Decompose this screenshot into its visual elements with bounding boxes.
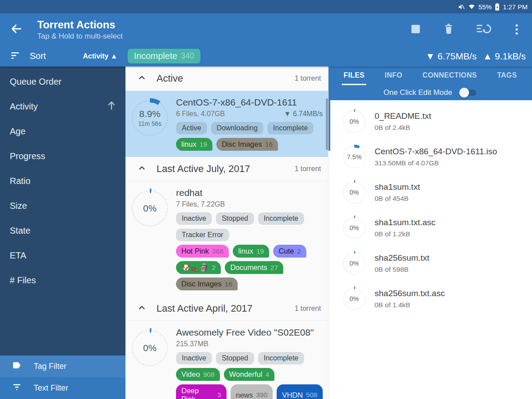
- session-speeds: ▼ 6.75MB/s ▲ 9.1kB/s: [328, 51, 532, 62]
- file-name: 0_README.txt: [375, 111, 527, 121]
- state-chip: Tracker Error: [176, 229, 229, 241]
- text-filter-button[interactable]: Text Filter: [0, 377, 125, 399]
- torrent-row[interactable]: 0% redhat 7 Files, 7.22GB Inactive Stopp…: [125, 181, 328, 297]
- tag-filter-button[interactable]: Tag Filter: [0, 356, 125, 377]
- filter-sort-bar: Sort Activity ▲ Incomplete 340 ▼ 6.75MB/…: [0, 46, 532, 66]
- sort-value: Activity ▲: [83, 52, 117, 60]
- section-count: 1 torrent: [294, 165, 321, 173]
- sidebar-item-age[interactable]: Age: [0, 119, 125, 144]
- state-chip: Incomplete: [267, 122, 313, 134]
- sidebar-item-progress[interactable]: Progress: [0, 144, 125, 168]
- file-size: 0B of 1.4kB: [375, 301, 527, 309]
- sidebar-item-eta[interactable]: ETA: [0, 243, 125, 268]
- file-row[interactable]: 7.5% CentOS-7-x86_64-DVD-1611.iso 313.50…: [329, 139, 532, 175]
- file-percent: 0%: [350, 224, 359, 231]
- sidebar-item-num-files[interactable]: # Files: [0, 268, 125, 293]
- file-row[interactable]: 0% 0_README.txt 0B of 2.4kB: [329, 104, 532, 139]
- force-recheck-button[interactable]: [474, 21, 493, 38]
- file-name: sha1sum.txt.asc: [375, 218, 527, 227]
- torrent-meta: 215.37MB: [176, 340, 208, 348]
- section-header-april-2017[interactable]: Last Active April, 2017 1 torrent: [125, 297, 328, 321]
- tab-connections[interactable]: CONNECTIONS: [421, 66, 479, 85]
- tag-chip[interactable]: Video908: [176, 368, 220, 381]
- tab-tags[interactable]: TAGS: [495, 66, 519, 85]
- tag-chip[interactable]: Disc Images16: [176, 278, 238, 290]
- tag-chip[interactable]: 🐶👞🗿2: [176, 261, 221, 274]
- sidebar-item-ratio[interactable]: Ratio: [0, 168, 125, 193]
- torrent-row[interactable]: 8.9% 11m 56s CentOS-7-x86_64-DVD-1611 6 …: [125, 91, 328, 157]
- sort-options: Queue Order Activity Age Progress Ratio …: [0, 66, 125, 293]
- state-chip: Incomplete: [258, 352, 304, 364]
- filter-chip-incomplete[interactable]: Incomplete 340: [128, 49, 200, 63]
- tag-chip[interactable]: Documents27: [225, 261, 283, 274]
- file-progress-ring: 0%: [342, 251, 367, 276]
- file-row[interactable]: 0% sha256sum.txt 0B of 598B: [329, 246, 532, 281]
- back-button[interactable]: [7, 20, 26, 39]
- file-name: CentOS-7-x86_64-DVD-1611.iso: [375, 147, 527, 156]
- tag-chip[interactable]: Disc Images16: [216, 138, 278, 151]
- page-title: Torrent Actions: [37, 19, 123, 31]
- one-click-edit-toggle[interactable]: [459, 88, 477, 97]
- tag-chip[interactable]: news390: [231, 384, 273, 399]
- tag-chip[interactable]: Cute2: [273, 245, 306, 258]
- file-list-scrollbar[interactable]: [329, 100, 330, 151]
- filter-list-icon: [12, 383, 22, 394]
- volume-muted-icon: [458, 3, 465, 11]
- back-arrow-icon: [10, 30, 23, 37]
- select-all-button[interactable]: [408, 21, 423, 38]
- app-bar: Torrent Actions Tap & Hold to multi-sele…: [0, 13, 532, 46]
- file-row[interactable]: 0% sha1sum.txt 0B of 454B: [329, 175, 532, 210]
- tag-chip[interactable]: Wonderful4: [224, 368, 275, 381]
- tag-chip[interactable]: linux19: [233, 245, 269, 258]
- overflow-menu-button[interactable]: [511, 23, 522, 36]
- sidebar-item-activity[interactable]: Activity: [0, 94, 125, 119]
- torrent-name: CentOS-7-x86_64-DVD-1611: [176, 97, 323, 108]
- tag-chip[interactable]: VHDN508: [277, 384, 323, 399]
- detail-tabs: FILES INFO CONNECTIONS TAGS: [329, 66, 532, 85]
- collapse-chevron-icon: [137, 303, 147, 314]
- state-chip: Downloading: [211, 122, 264, 134]
- delete-button[interactable]: [441, 21, 456, 38]
- active-filter-zone: Incomplete 340: [125, 49, 328, 63]
- app-screen: 55% 1:27 PM Torrent Actions Tap & Hold t…: [0, 0, 532, 399]
- state-chip: Inactive: [176, 212, 212, 225]
- section-title: Active: [156, 73, 183, 84]
- state-chip: Incomplete: [258, 212, 304, 225]
- filter-chip-count: 340: [181, 51, 194, 61]
- one-click-edit-row: One Click Edit Mode: [329, 85, 532, 100]
- file-percent: 0%: [350, 260, 359, 267]
- clock: 1:27 PM: [503, 3, 528, 11]
- file-row[interactable]: 0% sha1sum.txt.asc 0B of 1.2kB: [329, 210, 532, 246]
- torrent-percent: 0%: [143, 203, 156, 214]
- file-name: sha1sum.txt: [375, 182, 527, 192]
- tag-chip[interactable]: Deep Pink3: [176, 384, 227, 399]
- file-percent: 0%: [350, 189, 359, 196]
- tab-info[interactable]: INFO: [383, 66, 404, 85]
- torrent-percent: 0%: [143, 343, 156, 353]
- detail-panel: FILES INFO CONNECTIONS TAGS One Click Ed…: [328, 66, 532, 399]
- tab-files[interactable]: FILES: [342, 66, 366, 85]
- sidebar-item-state[interactable]: State: [0, 218, 125, 243]
- tag-chip[interactable]: linux19: [176, 138, 212, 151]
- file-size: 0B of 598B: [375, 266, 527, 274]
- torrent-percent: 8.9%: [139, 109, 160, 119]
- file-row[interactable]: 0% sha256sum.txt.asc 0B of 1.4kB: [329, 281, 532, 317]
- session-download-speed: ▼ 6.75MB/s: [426, 51, 477, 62]
- sidebar-item-queue-order[interactable]: Queue Order: [0, 69, 125, 94]
- tag-icon: [12, 360, 22, 372]
- state-chip: Stopped: [216, 212, 254, 225]
- sort-control[interactable]: Sort Activity ▲: [0, 51, 125, 62]
- section-header-july-2017[interactable]: Last Active July, 2017 1 torrent: [125, 157, 328, 181]
- state-chip: Active: [176, 122, 207, 134]
- section-count: 1 torrent: [294, 74, 321, 82]
- section-header-active[interactable]: Active 1 torrent: [125, 66, 328, 91]
- torrent-row[interactable]: 0% Awesomely Free Video "S02E08" 215.37M…: [125, 321, 328, 399]
- title-block: Torrent Actions Tap & Hold to multi-sele…: [37, 19, 123, 41]
- section-title: Last Active July, 2017: [156, 163, 250, 175]
- sidebar-item-size[interactable]: Size: [0, 193, 125, 218]
- torrent-eta: 11m 56s: [138, 120, 162, 127]
- state-chip: Stopped: [216, 352, 254, 364]
- sidebar-footer: Tag Filter Text Filter: [0, 355, 125, 399]
- tag-chip[interactable]: Hot Pink368: [176, 245, 229, 258]
- file-size: 0B of 2.4kB: [375, 124, 527, 132]
